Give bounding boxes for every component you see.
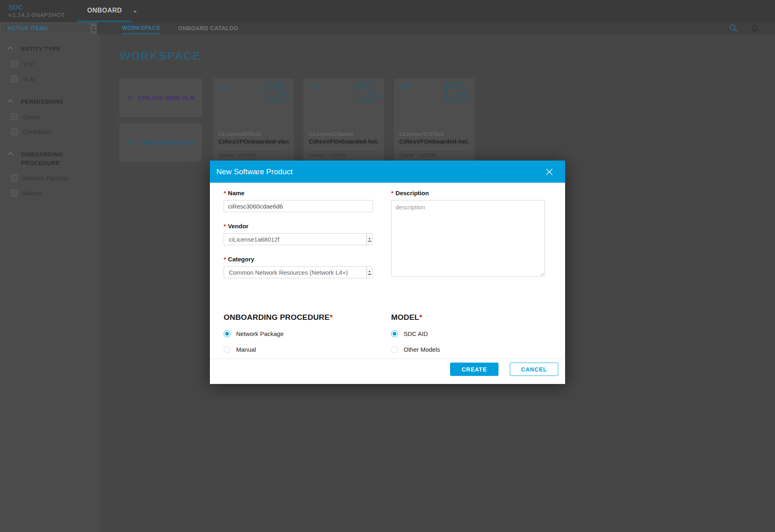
card-divider [218,148,289,149]
checkbox-icon[interactable] [11,75,18,82]
name-input[interactable] [224,200,373,212]
tab-onboard-catalog[interactable]: ONBOARD CATALOG [178,22,238,34]
required-asterisk: * [224,256,226,263]
tab-onboard[interactable]: ONBOARD [78,0,132,22]
card-name: CiResVFOnboarded-hel… [399,138,469,145]
top-bar: SDC v.1.14.2-SNAPSHOT ONBOARD ▸ [0,0,775,22]
card-vendor: CiLicensedf059c31 [218,131,289,137]
chevron-down-icon[interactable]: ▼ [367,267,372,277]
vendor-field-group: *Vendor ciLicense1a68012f ▼ [224,223,373,245]
notifications-bell-icon[interactable] [750,24,759,33]
radio-manual[interactable]: Manual [224,346,391,353]
search-icon[interactable] [729,24,738,33]
section-header-entity-type[interactable]: ENTITY TYPE [0,45,100,53]
tab-workspace[interactable]: WORKSPACE [122,22,160,34]
toolbar: ACTIVE ITEMS ▼ WORKSPACE ONBOARD CATALOG [0,22,775,34]
name-label: *Name [224,190,373,197]
chevron-down-icon[interactable]: ▼ [367,234,372,244]
vsp-card[interactable]: VSP CiLicensedf059c31 CiResVFOnboarded-v… [213,79,294,161]
modal-header: New Software Product [210,161,565,183]
checkbox-icon[interactable] [11,113,18,120]
filters-sidebar: ENTITY TYPE VSP VLM PERMISSIONS [0,34,100,532]
nav-next-arrow-icon[interactable]: ▸ [134,8,137,14]
create-new-vsp-label: CREATE NEW VSP [138,139,195,146]
plus-icon: + [127,137,133,148]
onboarding-procedure-group: ONBOARDING PROCEDURE* Network Package Ma… [224,313,391,353]
required-asterisk: * [224,223,226,229]
filter-checkbox-manual[interactable]: Manual [0,186,100,200]
filter-section-permissions: PERMISSIONS Owner Contributor [0,98,100,139]
radio-icon[interactable] [224,346,230,353]
card-name: CiResVFOnboarded-hel… [309,138,379,145]
card-divider [399,148,469,149]
required-asterisk: * [224,190,226,196]
active-items-select[interactable]: ACTIVE ITEMS ▼ [0,23,97,34]
category-label: *Category [224,256,373,263]
plus-icon: + [126,92,133,103]
vsp-card[interactable]: VSP CiLicense3236e4e8 CiResVFOnboarded-h… [304,79,384,161]
radio-icon[interactable] [224,330,230,337]
onboarding-procedure-heading: ONBOARDING PROCEDURE* [224,313,391,322]
description-label: *Description [391,190,545,197]
vsp-card[interactable]: VSP CiLicense76737bc8 CiResVFOnboarded-h… [394,79,475,161]
filter-label: Owner [23,114,40,120]
filter-label: VSP [23,61,35,67]
filter-checkbox-owner[interactable]: Owner [0,109,100,124]
page-title: WORKSPACE [119,50,775,63]
category-select[interactable]: Common Network Resources (Network L4+) ▼ [224,266,373,278]
card-info: CiLicensedf059c31 CiResVFOnboarded-vbrg…… [218,131,289,158]
radio-icon[interactable] [391,346,398,353]
create-new-vlm-label: CREATE NEW VLM [138,94,195,101]
section-header-onboarding-procedure[interactable]: ONBOARDING PROCEDURE [0,150,100,167]
description-textarea[interactable] [391,200,545,277]
modal-footer: CREATE CANCEL [210,359,565,384]
app-logo: SDC v.1.14.2-SNAPSHOT [0,0,69,22]
create-new-vsp-button[interactable]: + CREATE NEW VSP [119,123,202,162]
card-divider [309,148,379,149]
radio-label: SDC AID [404,330,428,337]
create-button[interactable]: CREATE [450,363,499,376]
section-header-permissions[interactable]: PERMISSIONS [0,98,100,106]
filter-label: Manual [23,190,42,196]
app-version: v.1.14.2-SNAPSHOT [8,11,69,18]
category-field-group: *Category Common Network Resources (Netw… [224,256,373,278]
description-field-group: *Description [391,190,545,278]
required-asterisk: * [391,190,394,196]
vsp-cloud-icon [445,83,470,102]
filter-label: Contributor [23,129,52,135]
filter-checkbox-network-package[interactable]: Network Package [0,171,100,186]
section-title: ENTITY TYPE [21,45,86,53]
radio-icon[interactable] [391,330,398,337]
create-new-vlm-button[interactable]: + CREATE NEW VLM [119,79,202,117]
toolbar-icons [729,22,775,34]
close-icon[interactable] [545,167,554,176]
checkbox-icon[interactable] [11,128,18,135]
new-software-product-modal: New Software Product *Name *Vendor ciLic… [210,161,565,384]
cancel-button[interactable]: CANCEL [510,363,558,376]
model-group: MODEL* SDC AID Other Models [391,313,545,353]
checkbox-icon[interactable] [11,190,18,196]
radio-label: Other Models [404,346,440,353]
checkbox-icon[interactable] [11,175,18,182]
required-asterisk: * [330,313,333,321]
card-info: CiLicense3236e4e8 CiResVFOnboarded-hel… … [309,131,379,158]
card-vendor: CiLicense3236e4e8 [309,131,379,137]
radio-network-package[interactable]: Network Package [224,330,391,337]
category-selected-value: Common Network Resources (Network L4+) [229,269,348,276]
radio-sdc-aid[interactable]: SDC AID [391,330,545,337]
radio-other-models[interactable]: Other Models [391,346,545,353]
filter-checkbox-contributor[interactable]: Contributor [0,124,100,139]
active-items-label: ACTIVE ITEMS [0,25,48,31]
filter-checkbox-vsp[interactable]: VSP [0,56,100,71]
app-name: SDC [8,4,69,11]
vendor-label: *Vendor [224,223,373,230]
checkbox-icon[interactable] [11,61,18,67]
vendor-select[interactable]: ciLicense1a68012f ▼ [224,233,373,245]
toolbar-tabs: WORKSPACE ONBOARD CATALOG [122,22,256,34]
sdc-onboard-screen: SDC v.1.14.2-SNAPSHOT ONBOARD ▸ ACTIVE I… [0,0,775,532]
vendor-selected-value: ciLicense1a68012f [229,236,279,243]
vsp-cloud-icon [264,83,289,102]
chevron-down-icon[interactable]: ▼ [90,23,96,33]
filter-section-entity-type: ENTITY TYPE VSP VLM [0,45,100,86]
filter-checkbox-vlm[interactable]: VLM [0,71,100,86]
